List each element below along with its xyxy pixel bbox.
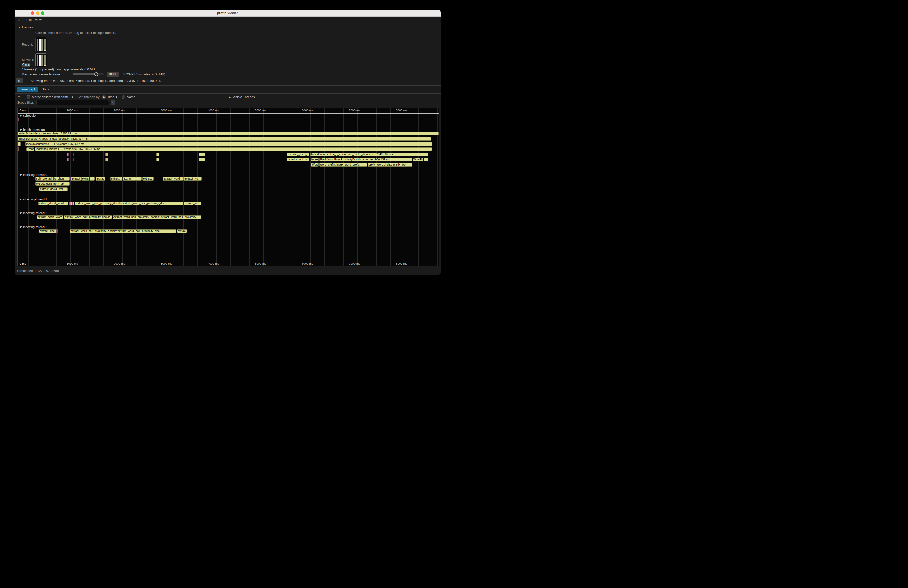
flamegraph-scope-bar-small[interactable] <box>18 142 21 146</box>
flamegraph-scope-bar-small[interactable] <box>71 201 72 205</box>
flamegraph-scope-bar[interactable]: extract_ <box>110 177 122 180</box>
visible-threads-header[interactable]: ▶ Visible Threads <box>229 95 255 99</box>
flamegraph-scope-bar-small[interactable] <box>105 153 108 156</box>
flamegraph-scope-bar[interactable]: IndexScheduler>::process_batch 8953.821 … <box>18 132 439 135</box>
desktop-background: puffin viewer ☀ File View ▼ Frames Click… <box>0 0 454 294</box>
flamegraph-scope-bar-small[interactable] <box>156 153 159 156</box>
time-axis-tick: 4000 ms <box>208 262 219 265</box>
flamegraph-scope-bar[interactable]: extract_ <box>123 177 136 180</box>
sort-direction-arrow-icon[interactable]: ⬇ <box>115 95 118 99</box>
flamegraph-scope-bar-small[interactable] <box>136 177 142 180</box>
flamegraph-scope-bar[interactable]: extract_wo <box>184 177 201 180</box>
max-frames-value[interactable]: 18000 <box>106 72 119 77</box>
flamegraph-scope-bar[interactable]: extract <box>142 177 154 180</box>
flamegraph-scope-bar-small[interactable] <box>56 229 58 233</box>
time-axis-tick: 4000 ms <box>208 109 219 112</box>
flamegraph-scope-bar[interactable]: extract_word_pair_proximity_docids::extr… <box>75 201 183 205</box>
flamegraph-scope-bar-small[interactable] <box>18 117 19 121</box>
scope-filter-input[interactable] <box>36 100 109 105</box>
thread-label-scheduler[interactable]: ▼ scheduler <box>19 114 37 117</box>
radio-dot <box>103 96 105 98</box>
flamegraph-scope-bar[interactable]: index <box>311 158 319 161</box>
tab-flamegraph[interactable]: Flamegraph <box>17 87 38 92</box>
flamegraph-scope-bar[interactable]: extract <box>71 177 81 180</box>
frame-thumbnail-bar <box>42 39 43 51</box>
flamegraph-scope-bar-small[interactable] <box>105 158 108 161</box>
flamegraph-scope-bar-small[interactable] <box>18 148 19 151</box>
frames-section-header[interactable]: ▼ Frames <box>19 26 33 29</box>
thread-label-indexing-thread-2[interactable]: ▼ indexing-thread:2 <box>19 225 47 229</box>
flamegraph-scope-bar[interactable]: extract_word_pair_proximity_docids::extr… <box>70 229 176 233</box>
app-window: puffin viewer ☀ File View ▼ Frames Click… <box>14 10 441 275</box>
time-axis-tick: 2000 ms <box>114 262 125 265</box>
flamegraph-scope-bar[interactable]: word_prefix::index_word_prefix_ <box>319 163 367 167</box>
thread-label-indexing-thread-1[interactable]: ▼ indexing-thread:1 <box>19 198 47 201</box>
flamegraph-scope-bar-small[interactable] <box>424 158 428 161</box>
menu-file[interactable]: File <box>26 16 32 23</box>
flamegraph-scope-bar[interactable]: extrac <box>96 177 105 180</box>
flamegraph-scope-bar[interactable]: receive_typed_ <box>287 153 309 156</box>
flamegraph-scope-bar[interactable]: extract_doc <box>39 229 56 233</box>
flamegraph-scope-bar[interactable]: Trans <box>26 148 34 151</box>
sort-name-label[interactable]: Name <box>127 95 135 99</box>
flamegraph-scope-bar-small[interactable] <box>67 158 68 161</box>
separator <box>14 85 441 86</box>
thread-label-indexing-thread-3[interactable]: ▼ indexing-thread:3 <box>19 211 47 215</box>
merge-children-label[interactable]: Merge children with same ID <box>32 95 73 99</box>
flamegraph-scope-bar[interactable]: extrac <box>177 229 187 233</box>
flamegraph-scope-bar[interactable]: extract_word_pair_proximity_docids <box>64 215 112 219</box>
flamegraph-scope-bar[interactable]: extract_docid_word <box>39 201 68 205</box>
sort-name-radio[interactable] <box>122 95 125 99</box>
time-axis-tick: 5000 ms <box>255 109 266 112</box>
flamegraph-panel[interactable]: 0 ms0 ms1000 ms1000 ms2000 ms2000 ms3000… <box>18 108 440 266</box>
sort-time-radio[interactable] <box>102 95 106 99</box>
tab-stats[interactable]: Stats <box>40 87 50 92</box>
flamegraph-scope-bar-small[interactable] <box>156 158 159 161</box>
flamegraph-scope-bar[interactable]: Word <box>311 163 319 167</box>
sort-time-label[interactable]: Time <box>107 95 114 99</box>
flamegraph-scope-bar-small[interactable] <box>67 153 68 156</box>
frames-summary: 4 frames (1 unpacked) using approximatel… <box>21 67 96 71</box>
flamegraph-scope-bar-small[interactable] <box>73 158 74 161</box>
flamegraph-scope-bar[interactable]: extract_wo <box>184 201 201 205</box>
window-title: puffin viewer <box>14 10 441 16</box>
flamegraph-scope-bar[interactable]: extract_word <box>163 177 183 180</box>
flamegraph-scope-bar[interactable]: PrefixWordPairsProximityDocids::execute … <box>319 158 412 161</box>
time-axis-tick: 5000 ms <box>255 262 266 265</box>
flamegraph-scope-bar[interactable]: extract_word_pair_proximity_docids::extr… <box>113 215 201 219</box>
clear-button[interactable]: Clear <box>22 63 30 67</box>
flamegraph-scope-bar[interactable]: extract_docid_word <box>37 215 63 219</box>
flamegraph-scope-bar[interactable]: WordPr <box>412 158 423 161</box>
flamegraph-scope-bar[interactable]: extract::data_from_ob <box>35 182 70 186</box>
flamegraph-scope-bar-small[interactable] <box>90 177 95 180</box>
flamegraph-scope-bar-small[interactable] <box>199 153 205 156</box>
clear-filter-button[interactable]: x <box>111 100 115 104</box>
flamegraph-scope-bar-small[interactable] <box>73 153 74 156</box>
slider-knob[interactable] <box>94 72 98 76</box>
max-frames-slider[interactable] <box>73 73 104 75</box>
flamegraph-scope-bar-small[interactable] <box>199 158 205 161</box>
thread-label-indexing-thread-0[interactable]: ▼ indexing-thread:0 <box>19 173 47 177</box>
flamegraph-scope-bar[interactable]: extract_docid_wor <box>39 187 68 191</box>
flamegraph-scope-bar-small[interactable] <box>70 201 71 205</box>
flamegraph-scope-bar[interactable]: IndexDocuments<_, _>::execute 8656.677 m… <box>26 142 432 146</box>
title-bar[interactable]: puffin viewer <box>14 10 441 16</box>
menu-view[interactable]: View <box>35 16 42 23</box>
collapse-triangle-icon: ▼ <box>19 26 21 29</box>
play-button[interactable]: ▶ <box>16 78 23 84</box>
slowest-frames-thumbnail[interactable] <box>35 53 47 67</box>
recent-frames-thumbnail[interactable] <box>35 37 47 52</box>
flamegraph-scope-bar[interactable]: prefix_word::index_prefix_wo <box>368 163 412 167</box>
theme-sun-icon[interactable]: ☀ <box>18 16 21 23</box>
merge-children-checkbox[interactable] <box>27 95 30 99</box>
flamegraph-scope-bar[interactable]: typed_chunk::w <box>287 158 309 161</box>
flamegraph-scope-bar[interactable]: IndexDocuments<_, _>::execute_raw 8459.1… <box>35 148 432 151</box>
help-button[interactable]: ? <box>18 95 20 99</box>
flamegraph-scope-bar-small[interactable] <box>310 158 311 161</box>
flamegraph-scope-bar[interactable]: split_grenad_by_chun <box>35 177 70 180</box>
flamegraph-scope-bar[interactable]: extra <box>81 177 89 180</box>
thread-label-batch-operation[interactable]: ▼ batch-operation <box>19 128 45 132</box>
flamegraph-scope-bar[interactable]: IndexDocuments<_, _>::execute_prefix_dat… <box>311 153 428 156</box>
flamegraph-scope-bar[interactable]: IndexScheduler>::apply_index_operation 8… <box>18 137 431 141</box>
frame-info: Showing frame #2, 8957.4 ms, 7 threads, … <box>31 79 161 83</box>
